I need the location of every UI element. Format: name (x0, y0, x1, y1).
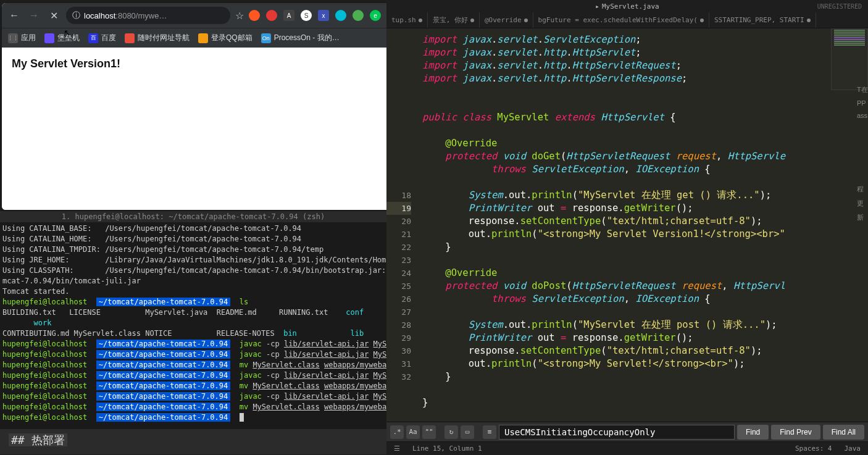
ext-icon[interactable]: e (370, 10, 381, 21)
code-editor: ▸ MyServlet.java UNREGISTERED tup.sh 景宝,… (386, 0, 868, 455)
search-input[interactable] (499, 425, 735, 440)
ext-icon[interactable]: x (318, 10, 329, 21)
editor-tab[interactable]: bgFuture = exec.scheduleWithFixedDelay( (533, 12, 709, 28)
bookmark-item[interactable]: OnProcessOn - 我的… (261, 33, 340, 43)
right-edge-strip: T在 PP ass 程 更 新 (857, 80, 868, 265)
editor-body[interactable]: 181920212223242526272829303132 import ja… (386, 28, 868, 422)
bookmark-item[interactable]: 百百度 (88, 33, 116, 43)
indent-setting[interactable]: Spaces: 4 (795, 445, 832, 453)
markdown-area[interactable]: ## 热部署 (0, 429, 386, 454)
browser-toolbar: ← → ✕ ⓘ localhost:8080/mywe… ☆ A S x e 飞… (2, 3, 423, 28)
url-path: /mywe… (136, 11, 167, 20)
search-bar: .* Aa "" ↻ ▭ ≡ Find Find Prev Find All (386, 422, 868, 441)
ext-icon[interactable]: S (301, 10, 312, 21)
highlight-toggle[interactable]: ≡ (483, 425, 496, 439)
ext-icon[interactable] (249, 10, 260, 21)
editor-tab[interactable]: SSTARTING_PREP, STARTI (709, 12, 816, 28)
language-mode[interactable]: Java (845, 445, 861, 453)
ext-icon[interactable] (266, 10, 277, 21)
find-button[interactable]: Find (737, 425, 769, 440)
wrap-toggle[interactable]: ↻ (444, 425, 458, 439)
info-icon: ⓘ (72, 10, 80, 21)
star-icon[interactable]: ☆ (235, 10, 244, 22)
terminal-title: 1. hupengfei@localhost: ~/tomcat/apache-… (0, 211, 386, 222)
file-icon: ▸ (595, 2, 599, 10)
unregistered-label: UNREGISTERED (817, 3, 862, 10)
terminal-window[interactable]: 1. hupengfei@localhost: ~/tomcat/apache-… (0, 211, 386, 430)
find-all-button[interactable]: Find All (823, 425, 864, 440)
editor-title: MyServlet.java (602, 2, 659, 10)
case-toggle[interactable]: Aa (406, 425, 420, 439)
terminal-body[interactable]: Using CATALINA_BASE: /Users/hupengfei/to… (0, 222, 386, 424)
editor-titlebar: ▸ MyServlet.java UNREGISTERED (386, 0, 868, 12)
editor-tabs: tup.sh 景宝, 你好 @Override bgFuture = exec.… (386, 12, 868, 28)
in-selection-toggle[interactable]: ▭ (461, 425, 474, 439)
url-host: localhost (84, 11, 115, 20)
cursor-position[interactable]: Line 15, Column 1 (412, 445, 482, 453)
editor-tab[interactable]: 景宝, 你好 (428, 12, 480, 28)
markdown-heading: ## 热部署 (9, 433, 67, 446)
editor-tab[interactable]: tup.sh (386, 12, 428, 28)
code-area[interactable]: import javax.servlet.ServletException; i… (416, 28, 868, 422)
url-port: :8080 (115, 11, 136, 20)
url-bar[interactable]: ⓘ localhost:8080/mywe… (66, 7, 230, 24)
menu-icon[interactable]: ☰ (394, 445, 400, 453)
stop-button[interactable]: ✕ (46, 8, 61, 23)
editor-tab[interactable]: @Override (480, 12, 533, 28)
ext-icon[interactable] (335, 10, 346, 21)
ext-icon[interactable] (353, 10, 364, 21)
whole-word-toggle[interactable]: "" (422, 425, 436, 439)
regex-toggle[interactable]: .* (390, 425, 404, 439)
back-button[interactable]: ← (7, 8, 22, 23)
line-gutter: 181920212223242526272829303132 (386, 28, 416, 422)
bookmark-item[interactable]: 登录QQ邮箱 (198, 33, 252, 43)
bookmark-item[interactable]: 堡垒机 (44, 33, 80, 43)
extension-icons: A S x e 飞 (249, 10, 398, 21)
forward-button[interactable]: → (27, 8, 41, 23)
page-content: My Servlet Version1! (2, 48, 423, 210)
ext-icon[interactable]: A (283, 10, 294, 21)
bookmark-bar: ⋮⋮应用 堡垒机 百百度 随时付网址导航 登录QQ邮箱 OnProcessOn … (2, 28, 423, 48)
browser-window: ← → ✕ ⓘ localhost:8080/mywe… ☆ A S x e 飞… (2, 3, 423, 210)
find-prev-button[interactable]: Find Prev (771, 425, 820, 440)
page-heading: My Servlet Version1! (12, 57, 413, 70)
apps-button[interactable]: ⋮⋮应用 (8, 33, 36, 43)
bookmark-item[interactable]: 随时付网址导航 (125, 33, 190, 43)
status-bar: ☰ Line 15, Column 1 Spaces: 4 Java (386, 441, 868, 455)
